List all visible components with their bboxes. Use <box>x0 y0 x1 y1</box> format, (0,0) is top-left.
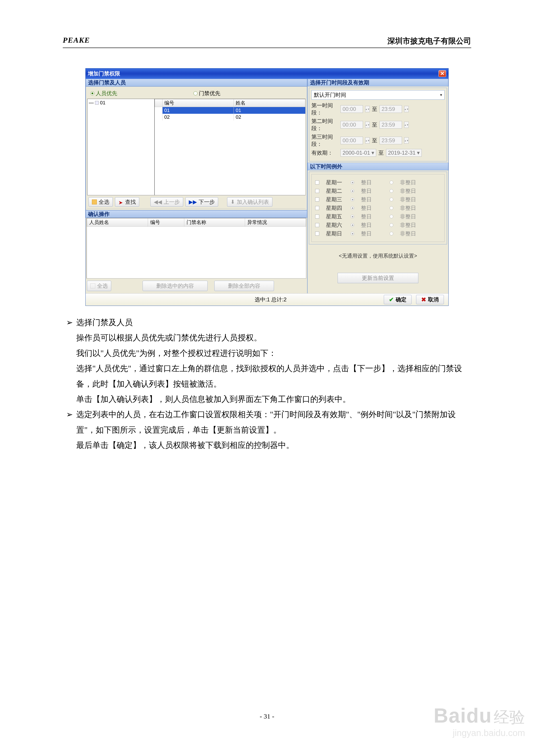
btn-label: 确定 <box>396 296 406 303</box>
radio-notwhole[interactable] <box>390 181 393 184</box>
group-tree[interactable]: — 01 <box>87 99 154 195</box>
col-name[interactable]: 姓名 <box>234 99 305 107</box>
day-label: 星期二 <box>326 187 344 195</box>
to-label: 至 <box>372 137 377 144</box>
valid-from[interactable]: 2000-01-01 ▾ <box>341 149 376 157</box>
checkbox[interactable] <box>315 223 319 227</box>
selectall2-button[interactable]: 全选 <box>87 281 111 291</box>
checkbox[interactable] <box>315 231 319 236</box>
addconfirm-button[interactable]: ⬇ 加入确认列表 <box>227 197 272 207</box>
radio-notwhole[interactable] <box>390 215 393 218</box>
radio-notwhole[interactable] <box>390 232 393 235</box>
whole-label: 整日 <box>361 230 372 237</box>
radio-label: 门禁优先 <box>199 90 220 97</box>
prose-line: 选择"人员优先"，通过窗口左上角的群信息，找到欲授权的人员并选中，点击【下一步】… <box>63 361 471 392</box>
status-bar: 选中:1 总计:2 ✔ 确定 ✖ 取消 <box>86 293 448 306</box>
confirm-table[interactable]: 人员姓名 编号 门禁名称 异常情况 <box>87 218 306 279</box>
valid-to[interactable]: 2019-12-31 ▾ <box>386 149 422 157</box>
radio-notwhole[interactable] <box>390 198 393 201</box>
prev-icon: ◀◀ <box>154 199 162 205</box>
radio-whole[interactable] <box>351 223 354 227</box>
checkbox[interactable] <box>315 198 319 202</box>
brand: PEAKE <box>63 36 90 46</box>
spinner-icon[interactable]: ▲▼ <box>365 137 370 144</box>
time-to[interactable]: 23:59 <box>380 137 402 144</box>
selectall-button[interactable]: 全选 <box>89 197 113 207</box>
time-from[interactable]: 00:00 <box>341 121 363 129</box>
spinner-icon[interactable]: ▲▼ <box>404 106 409 112</box>
watermark-brand: Bai <box>434 704 466 727</box>
radio-notwhole[interactable] <box>390 223 393 227</box>
company: 深圳市披克电子有限公司 <box>387 36 471 46</box>
whole-label: 整日 <box>361 204 372 212</box>
radio-whole[interactable] <box>351 232 354 235</box>
delete-selected-button[interactable]: 删除选中的内容 <box>142 281 208 291</box>
ok-button[interactable]: ✔ 确定 <box>384 295 412 304</box>
btn-label: 加入确认列表 <box>237 198 269 205</box>
time-to[interactable]: 23:59 <box>380 121 402 129</box>
right-section-header: 选择开门时间段及有效期 <box>308 79 448 86</box>
find-button[interactable]: ➤ 查找 <box>115 197 139 207</box>
checkbox[interactable] <box>315 180 319 184</box>
radio-whole[interactable] <box>351 198 354 201</box>
time-row-2: 第二时间段： 00:00 ▲▼ 至 23:59 ▲▼ <box>311 118 445 132</box>
radio-notwhole[interactable] <box>390 206 393 210</box>
tree-dash: — <box>89 100 94 106</box>
open-time-combo[interactable]: 默认开门时间 ▾ <box>311 90 445 100</box>
checkbox[interactable] <box>315 215 319 219</box>
col[interactable]: 人员姓名 <box>87 218 148 227</box>
radio-whole[interactable] <box>351 189 354 193</box>
time-row-3: 第三时间段： 00:00 ▲▼ 至 23:59 ▲▼ <box>311 133 445 148</box>
status-text: 选中:1 总计:2 <box>157 296 384 303</box>
day-row: 星期一整日非整日 <box>315 179 441 186</box>
checkbox[interactable] <box>315 189 319 193</box>
spinner-icon[interactable]: ▲▼ <box>404 122 409 128</box>
col[interactable]: 编号 <box>148 218 184 227</box>
person-grid[interactable]: 编号 姓名 ▶ 01 01 02 <box>154 99 306 195</box>
day-label: 星期六 <box>326 222 344 229</box>
spinner-icon[interactable]: ▲▼ <box>404 137 409 144</box>
btn-label: 全选 <box>99 198 110 205</box>
grid-row[interactable]: 02 02 <box>155 114 305 121</box>
day-row: 星期三整日非整日 <box>315 196 441 203</box>
radio-notwhole[interactable] <box>390 189 393 193</box>
spinner-icon[interactable]: ▲▼ <box>365 122 370 128</box>
date-value: 2000-01-01 <box>343 150 370 156</box>
prev-button[interactable]: ◀◀ 上一步 <box>150 197 183 207</box>
time-to[interactable]: 23:59 <box>380 105 402 113</box>
exception-header: 以下时间例外 <box>308 163 448 170</box>
to-label: 至 <box>372 121 377 128</box>
prose-line: 我们以"人员优先"为例，对整个授权过程进行说明如下： <box>63 346 471 361</box>
check-icon: ✔ <box>389 296 394 303</box>
radio-whole[interactable] <box>351 181 354 184</box>
tree-item-label: 01 <box>100 100 105 106</box>
col[interactable]: 门禁名称 <box>184 218 245 227</box>
notwhole-label: 非整日 <box>400 196 416 203</box>
col-id[interactable]: 编号 <box>162 99 234 107</box>
radio-whole[interactable] <box>351 206 354 210</box>
day-row: 星期四整日非整日 <box>315 204 441 212</box>
watermark-url: jingyan.baidu.com <box>434 728 525 738</box>
next-button[interactable]: ▶▶ 下一步 <box>185 197 218 207</box>
bullet-icon: ➢ <box>63 407 76 438</box>
x-icon: ✖ <box>421 296 426 303</box>
update-settings-button[interactable]: 更新当前设置 <box>338 273 418 283</box>
delete-all-button[interactable]: 删除全部内容 <box>214 281 274 291</box>
grid-cell: 02 <box>162 114 234 121</box>
cancel-button[interactable]: ✖ 取消 <box>416 295 444 304</box>
radio-person-priority[interactable]: 人员优先 <box>90 90 117 97</box>
close-button[interactable]: ✕ <box>439 70 446 77</box>
time-from[interactable]: 00:00 <box>341 105 363 113</box>
prose: ➢ 选择门禁及人员 操作员可以根据人员优先或门禁优先进行人员授权。 我们以"人员… <box>63 315 471 453</box>
tree-item[interactable]: — 01 <box>89 100 153 106</box>
radio-gate-priority[interactable]: 门禁优先 <box>193 90 220 97</box>
checkbox[interactable] <box>315 206 319 210</box>
watermark-brand2: du <box>466 704 492 727</box>
col[interactable]: 异常情况 <box>245 218 306 227</box>
spinner-icon[interactable]: ▲▼ <box>365 106 370 112</box>
time-from[interactable]: 00:00 <box>341 137 363 144</box>
whole-label: 整日 <box>361 213 372 220</box>
radio-whole[interactable] <box>351 215 354 218</box>
whole-label: 整日 <box>361 222 372 229</box>
grid-row[interactable]: ▶ 01 01 <box>155 107 305 114</box>
